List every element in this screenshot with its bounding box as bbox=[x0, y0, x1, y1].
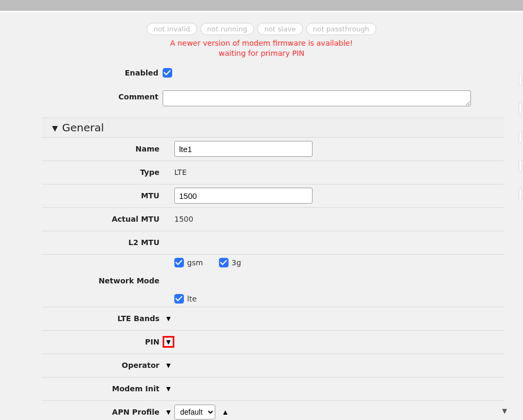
label-l2-mtu: L2 MTU bbox=[46, 238, 163, 247]
mtu-field[interactable] bbox=[174, 188, 313, 204]
expand-lte-bands-button[interactable]: ▼ bbox=[163, 313, 174, 324]
triangle-down-icon: ▼ bbox=[165, 361, 172, 369]
triangle-down-icon: ▼ bbox=[165, 338, 172, 346]
row-apn-profile: APN Profile ▼ default ▲ bbox=[41, 401, 504, 420]
comment-field[interactable] bbox=[163, 90, 471, 106]
label-network-3g: 3g bbox=[232, 258, 241, 267]
status-pill-not-slave: not slave bbox=[257, 23, 302, 35]
label-enabled: Enabled bbox=[46, 69, 163, 77]
triangle-down-icon: ▼ bbox=[165, 408, 172, 416]
row-pin: PIN ▼ bbox=[41, 331, 504, 354]
form-scroll-area[interactable]: Enabled Comment ▼ General Name bbox=[2, 61, 521, 420]
row-mtu: MTU bbox=[41, 184, 504, 208]
status-pill-not-invalid: not invalid bbox=[147, 23, 197, 35]
status-pill-not-passthrough: not passthrough bbox=[306, 23, 376, 35]
status-pill-container: not invalid not running not slave not pa… bbox=[2, 23, 521, 35]
checkbox-network-3g[interactable] bbox=[219, 258, 229, 267]
row-l2-mtu: L2 MTU bbox=[41, 231, 504, 255]
apn-profile-up-button[interactable]: ▲ bbox=[220, 406, 231, 418]
row-network-mode: Network Mode gsm 3g lte bbox=[41, 255, 504, 307]
label-pin: PIN bbox=[46, 338, 163, 346]
label-mtu: MTU bbox=[46, 191, 163, 200]
apn-profile-select[interactable]: default bbox=[174, 405, 215, 419]
label-network-gsm: gsm bbox=[187, 258, 203, 267]
label-network-lte: lte bbox=[187, 295, 197, 303]
row-lte-bands: LTE Bands ▼ bbox=[41, 307, 504, 331]
value-actual-mtu: 1500 bbox=[174, 215, 500, 223]
expand-apn-profile-button[interactable]: ▼ bbox=[163, 406, 174, 418]
label-apn-profile: APN Profile bbox=[46, 408, 163, 416]
label-network-mode: Network Mode bbox=[46, 276, 163, 285]
label-type: Type bbox=[46, 168, 163, 177]
name-field[interactable] bbox=[174, 141, 313, 157]
row-operator: Operator ▼ bbox=[41, 354, 504, 377]
row-modem-init: Modem Init ▼ bbox=[41, 377, 504, 401]
label-actual-mtu: Actual MTU bbox=[46, 215, 163, 223]
checkbox-enabled[interactable] bbox=[163, 68, 172, 78]
window-titlebar bbox=[0, 0, 523, 11]
row-type: Type LTE bbox=[41, 161, 504, 184]
expand-pin-button[interactable]: ▼ bbox=[163, 336, 174, 348]
triangle-up-icon: ▲ bbox=[222, 408, 229, 416]
label-modem-init: Modem Init bbox=[46, 384, 163, 393]
expand-modem-init-button[interactable]: ▼ bbox=[163, 383, 174, 394]
row-comment: Comment bbox=[41, 85, 504, 117]
section-general-header[interactable]: ▼ General bbox=[41, 117, 504, 138]
label-operator: Operator bbox=[46, 361, 163, 369]
label-lte-bands: LTE Bands bbox=[46, 314, 163, 323]
value-type: LTE bbox=[174, 168, 500, 177]
row-name: Name bbox=[41, 138, 504, 161]
scroll-hint-down-icon: ▼ bbox=[502, 407, 507, 415]
window-titlebar-edge bbox=[0, 11, 523, 12]
triangle-down-icon: ▼ bbox=[52, 124, 58, 132]
alert-pin: waiting for primary PIN bbox=[2, 48, 521, 58]
triangle-down-icon: ▼ bbox=[165, 314, 172, 323]
row-enabled: Enabled bbox=[41, 61, 504, 85]
label-name: Name bbox=[46, 145, 163, 153]
checkbox-network-lte[interactable] bbox=[174, 294, 184, 304]
alert-messages: A newer version of modem firmware is ava… bbox=[2, 38, 521, 58]
row-actual-mtu: Actual MTU 1500 bbox=[41, 208, 504, 231]
right-gutter-stubs bbox=[519, 74, 522, 200]
status-pill-not-running: not running bbox=[200, 23, 255, 35]
checkbox-network-gsm[interactable] bbox=[174, 258, 184, 267]
expand-operator-button[interactable]: ▼ bbox=[163, 359, 174, 371]
label-comment: Comment bbox=[46, 90, 163, 101]
alert-firmware: A newer version of modem firmware is ava… bbox=[2, 38, 521, 48]
section-general-title: General bbox=[62, 121, 104, 134]
triangle-down-icon: ▼ bbox=[165, 384, 172, 393]
